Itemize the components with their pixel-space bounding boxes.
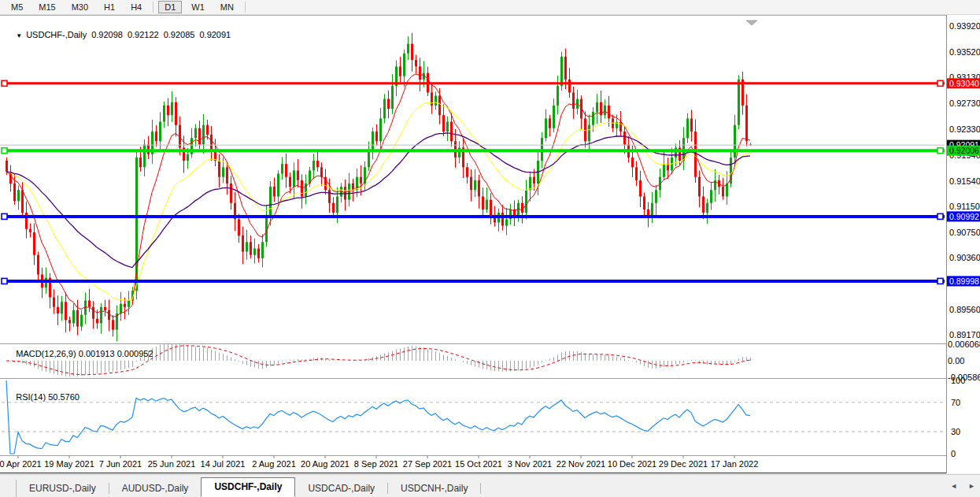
timeframe-toolbar: M5M15M30H1H4D1W1MN	[0, 0, 980, 15]
svg-text:0: 0	[951, 449, 956, 458]
macd-signal-line	[6, 346, 750, 375]
svg-text:29 Dec 2021: 29 Dec 2021	[659, 459, 708, 469]
svg-text:15 Oct 2021: 15 Oct 2021	[455, 459, 502, 469]
timeframe-button-m30[interactable]: M30	[65, 1, 94, 13]
svg-text:30: 30	[951, 427, 960, 436]
svg-text:25 Jun 2021: 25 Jun 2021	[148, 459, 196, 469]
svg-text:19 May 2021: 19 May 2021	[44, 459, 94, 469]
svg-text:0.91150: 0.91150	[949, 202, 980, 211]
svg-text:70: 70	[951, 398, 960, 407]
svg-text:7 Jun 2021: 7 Jun 2021	[99, 459, 142, 469]
hline-0.89998[interactable]	[2, 278, 945, 284]
svg-text:27 Sep 2021: 27 Sep 2021	[403, 459, 452, 469]
svg-text:0.90992: 0.90992	[949, 212, 979, 221]
hline-price-badge: 0.89998	[947, 276, 980, 286]
toolbar-separator	[245, 2, 246, 13]
timeframe-button-h1[interactable]: H1	[98, 1, 121, 13]
tab-audusddaily[interactable]: AUDUSD-,Daily	[109, 480, 202, 497]
macd-pane	[6, 344, 751, 376]
rsi-line	[6, 380, 750, 454]
svg-text:17 Jan 2022: 17 Jan 2022	[711, 459, 759, 469]
svg-text:0.00: 0.00	[948, 356, 964, 365]
svg-text:0.93520: 0.93520	[949, 47, 980, 57]
timeframe-button-d1[interactable]: D1	[158, 1, 182, 13]
svg-text:3 Nov 2021: 3 Nov 2021	[508, 459, 552, 469]
svg-text:30 Apr 2021: 30 Apr 2021	[0, 459, 42, 469]
timeframe-button-m5[interactable]: M5	[5, 1, 29, 13]
tab-usdcnhdaily[interactable]: USDCNH-,Daily	[388, 480, 480, 497]
svg-text:0.92730: 0.92730	[949, 98, 980, 108]
svg-text:0.92006: 0.92006	[949, 146, 979, 155]
tab-divider	[480, 483, 481, 494]
svg-text:2 Aug 2021: 2 Aug 2021	[252, 459, 296, 469]
rsi-pane	[2, 380, 945, 454]
tab-usdchfdaily[interactable]: USDCHF-,Daily	[201, 477, 295, 497]
hline-0.93040[interactable]	[2, 80, 945, 86]
ma-45-line	[6, 133, 750, 268]
svg-text:0.89560: 0.89560	[949, 305, 980, 314]
chart-tab-bar: EURUSD-,DailyAUDUSD-,DailyUSDCHF-,DailyU…	[0, 474, 980, 497]
hline-price-badge: 0.93040	[947, 78, 980, 88]
svg-text:0.93040: 0.93040	[949, 79, 979, 88]
svg-text:0.006068: 0.006068	[948, 339, 980, 349]
svg-text:14 Jul 2021: 14 Jul 2021	[201, 459, 246, 469]
hline-0.92006[interactable]	[2, 148, 945, 154]
svg-text:0.93920: 0.93920	[949, 21, 980, 31]
svg-text:0.90750: 0.90750	[949, 228, 980, 237]
ma-20-line	[6, 102, 750, 300]
svg-text:100: 100	[951, 376, 965, 385]
hline-price-badge: 0.90992	[947, 211, 980, 221]
tab-eurusddaily[interactable]: EURUSD-,Daily	[17, 480, 109, 497]
svg-text:10 Dec 2021: 10 Dec 2021	[608, 459, 656, 469]
date-axis: 30 Apr 202119 May 20217 Jun 202125 Jun 2…	[0, 455, 758, 469]
svg-text:0.89998: 0.89998	[949, 276, 979, 286]
timeframe-button-w1[interactable]: W1	[185, 1, 211, 13]
tab-scroll-right-icon[interactable]: ►	[968, 482, 975, 490]
candles	[6, 33, 752, 342]
tab-bar-stub	[0, 480, 17, 497]
timeframe-button-m15[interactable]: M15	[32, 1, 61, 13]
svg-text:0.91540: 0.91540	[949, 176, 980, 186]
svg-text:0.92330: 0.92330	[949, 124, 980, 134]
hline-0.90992[interactable]	[2, 213, 945, 219]
tab-scroll-arrows: ◄►	[950, 475, 980, 497]
tab-usdcaddaily[interactable]: USDCAD-,Daily	[295, 480, 387, 497]
timeframe-button-h4[interactable]: H4	[124, 1, 148, 13]
timeframe-button-mn[interactable]: MN	[214, 1, 240, 13]
svg-text:20 Aug 2021: 20 Aug 2021	[301, 459, 349, 469]
svg-text:0.90360: 0.90360	[949, 253, 980, 262]
svg-text:8 Sep 2021: 8 Sep 2021	[354, 459, 398, 469]
hline-price-badge: 0.92006	[947, 146, 980, 156]
tab-scroll-left-icon[interactable]: ◄	[950, 482, 957, 490]
toolbar-separator	[153, 2, 153, 13]
chart-window: 30 Apr 202119 May 20217 Jun 202125 Jun 2…	[0, 15, 980, 473]
svg-text:0.89170: 0.89170	[949, 330, 980, 339]
chart-shift-icon[interactable]	[746, 20, 757, 25]
price-chart[interactable]: 30 Apr 202119 May 20217 Jun 202125 Jun 2…	[0, 15, 980, 473]
svg-text:22 Nov 2021: 22 Nov 2021	[557, 459, 605, 469]
